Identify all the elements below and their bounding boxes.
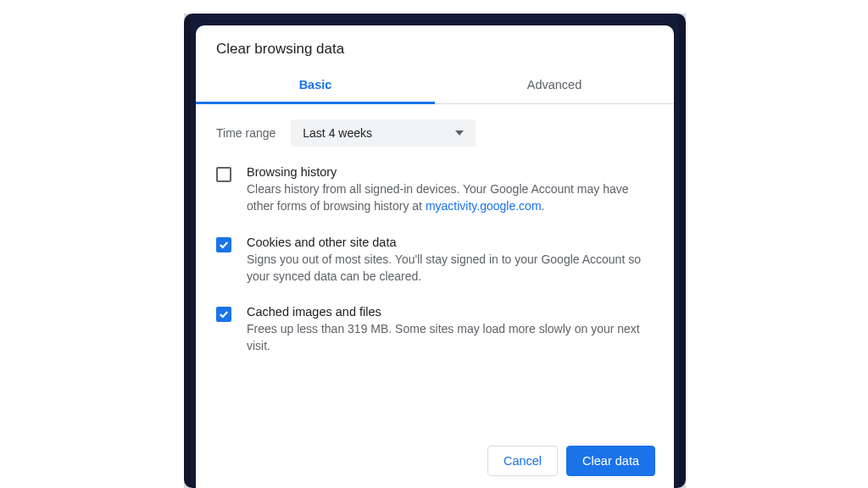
tab-basic[interactable]: Basic (196, 69, 435, 104)
item-description: Frees up less than 319 MB. Some sites ma… (247, 320, 654, 355)
tab-advanced[interactable]: Advanced (435, 69, 674, 103)
clear-data-button[interactable]: Clear data (566, 446, 655, 476)
dialog-content: Time range Last 4 weeks Browsing history… (196, 104, 674, 433)
clear-browsing-data-dialog: Clear browsing data Basic Advanced Time … (196, 25, 674, 488)
cancel-button[interactable]: Cancel (487, 446, 558, 476)
item-description: Signs you out of most sites. You'll stay… (247, 251, 654, 286)
checkbox-cookies[interactable] (216, 237, 231, 252)
dialog-tabs: Basic Advanced (196, 69, 674, 104)
item-description: Clears history from all signed-in device… (247, 180, 654, 215)
check-icon (219, 309, 229, 319)
item-cached: Cached images and files Frees up less th… (216, 305, 654, 355)
time-range-row: Time range Last 4 weeks (216, 119, 654, 147)
dialog-footer: Cancel Clear data (196, 433, 674, 488)
dropdown-icon (455, 130, 464, 136)
dialog-title: Clear browsing data (196, 25, 674, 69)
item-browsing-history: Browsing history Clears history from all… (216, 165, 654, 215)
time-range-select[interactable]: Last 4 weeks (291, 119, 476, 147)
item-title: Cookies and other site data (247, 236, 654, 249)
item-title: Cached images and files (247, 305, 654, 319)
window-backdrop: Clear browsing data Basic Advanced Time … (184, 14, 686, 488)
item-title: Browsing history (247, 165, 654, 179)
time-range-label: Time range (216, 126, 275, 140)
checkbox-cached[interactable] (216, 307, 231, 322)
item-cookies: Cookies and other site data Signs you ou… (216, 236, 654, 286)
time-range-value: Last 4 weeks (303, 126, 372, 140)
myactivity-link[interactable]: myactivity.google.com (426, 199, 542, 213)
checkbox-browsing-history[interactable] (216, 167, 231, 182)
check-icon (219, 240, 229, 250)
